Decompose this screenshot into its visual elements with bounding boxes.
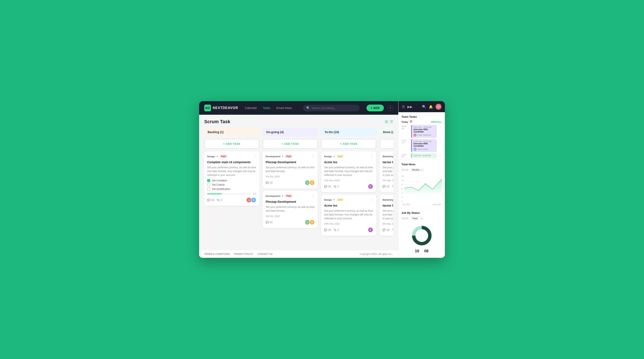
comment-icon-t2: 💬 bbox=[324, 228, 327, 231]
card-more-o2[interactable]: ⋮ bbox=[312, 194, 315, 198]
column-done: Done (2) + ADD TASK Marketing High ⋮ tac… bbox=[380, 128, 393, 236]
card-tags-t2: Design Low ⋮ bbox=[324, 198, 373, 202]
add-task-backlog[interactable]: + ADD TASK bbox=[204, 139, 259, 149]
comment-stat-t2: 💬 16 bbox=[324, 228, 331, 231]
help-button[interactable]: ? bbox=[387, 105, 393, 111]
card-avatars: A B bbox=[246, 197, 256, 203]
nav-email-inbox[interactable]: Email Inbox bbox=[276, 106, 292, 110]
comment-count-d1: 16 bbox=[386, 185, 389, 188]
avatar-t2: E bbox=[368, 227, 373, 233]
comment-stat-d1: 💬 16 bbox=[382, 185, 389, 188]
add-button[interactable]: + ADD bbox=[366, 105, 384, 111]
event-title-1: Interview With Candidate bbox=[414, 128, 435, 133]
check-label-1: Set Condition bbox=[212, 179, 227, 182]
event-time-2: 10:00 AM - 11:00 AM bbox=[414, 140, 435, 142]
time-event-3: 12:00 PM 9:30 AM - 12:00 PM ⋮ bbox=[402, 153, 442, 158]
event-user-avatar-1: CS bbox=[414, 134, 416, 137]
view-all-button[interactable]: VIEW ALL bbox=[431, 121, 442, 123]
tag-dot-o1 bbox=[282, 156, 283, 157]
add-task-done[interactable]: + ADD TASK bbox=[380, 139, 393, 149]
event-more-1[interactable]: ⋮ bbox=[438, 125, 442, 130]
tag-dot-t2 bbox=[334, 199, 335, 200]
footer-terms[interactable]: TERMS & CONDITIONS bbox=[204, 253, 230, 255]
event-user-1: CS Carter Septimus bbox=[414, 134, 435, 137]
logo-text: NEXTDEAVOR bbox=[213, 106, 238, 110]
hamburger-icon[interactable]: ☰ bbox=[402, 105, 405, 109]
card-footer-t2: 💬 16 📎 2 E bbox=[324, 227, 373, 233]
card-stats: 💬 16 📎 2 bbox=[207, 199, 222, 202]
sort-select-hires[interactable]: Monthly Weekly Yearly bbox=[411, 168, 424, 172]
time-events: 09:00 AM 09:00 AM - 10:00 AM Interview W… bbox=[402, 125, 442, 158]
attachment-stat-d1: 📎 2 bbox=[392, 185, 393, 188]
card-tags-d2: Marketing High ⋮ bbox=[382, 198, 393, 202]
card-avatars-t1: E bbox=[368, 184, 373, 189]
nav-calendar[interactable]: Calendar bbox=[245, 106, 257, 110]
check-label-2: Set Criteria bbox=[212, 183, 224, 186]
time-label-1: 09:00 AM bbox=[402, 125, 410, 138]
donut-chart-container: 10 08 bbox=[402, 222, 442, 256]
grid-view-button[interactable]: ⊞ bbox=[385, 119, 388, 124]
card-date-d2: 5th Sep, 2022 bbox=[382, 222, 393, 225]
card-more-button[interactable]: ⋮ bbox=[253, 154, 256, 158]
column-backlog: Backlog (1) + ADD TASK Design High ⋮ Com… bbox=[204, 128, 259, 236]
event-block-1: 09:00 AM - 10:00 AM Interview With Candi… bbox=[411, 125, 437, 138]
checkbox-2[interactable] bbox=[207, 183, 210, 186]
card-desc-o1: Set your preferred currency, as well as … bbox=[266, 166, 315, 173]
progress-container: 1/3 bbox=[207, 193, 256, 195]
add-task-ongoing[interactable]: + ADD TASK bbox=[263, 139, 318, 149]
app-logo: ND NEXTDEAVOR bbox=[204, 105, 238, 111]
card-more-t2[interactable]: ⋮ bbox=[370, 198, 373, 202]
footer-links: TERMS & CONDITIONS PRIVACY POLICY CONTAC… bbox=[204, 253, 272, 255]
chart-label-may: May 2022 bbox=[432, 203, 441, 206]
list-view-button[interactable]: ☰ bbox=[390, 119, 393, 124]
card-tag-d2: Marketing bbox=[382, 199, 393, 201]
job-status-title: Job By Status bbox=[402, 211, 442, 214]
attachment-count: 2 bbox=[220, 199, 222, 202]
comment-stat: 💬 16 bbox=[207, 199, 214, 202]
card-title-t2: Acme Ios bbox=[324, 204, 373, 207]
event-user-2: NF Nolan Franci bbox=[414, 148, 435, 151]
card-tag: Design bbox=[207, 155, 215, 158]
card-stats-t2: 💬 16 📎 2 bbox=[324, 228, 339, 231]
time-event-2: 10:30 AM 10:00 AM - 11:00 AM Interview W… bbox=[402, 139, 442, 152]
comment-count-o1: 10 bbox=[270, 181, 272, 184]
tag-dot-o2 bbox=[282, 195, 283, 196]
card-desc-t2: Set your preferred currency, as well as … bbox=[324, 209, 373, 220]
event-more-3[interactable]: ⋮ bbox=[438, 153, 442, 158]
column-header-backlog: Backlog (1) bbox=[204, 128, 259, 136]
attachment-count-t1: 2 bbox=[338, 185, 339, 188]
notification-icon[interactable]: 🔔 bbox=[429, 105, 433, 109]
search-icon-sidebar[interactable]: 🔍 bbox=[422, 105, 426, 109]
sort-select-status[interactable]: Yearly Monthly Weekly bbox=[411, 217, 424, 220]
comment-stat-o1: 💬 10 bbox=[266, 181, 272, 184]
footer-privacy[interactable]: PRIVACY POLICY bbox=[234, 253, 253, 255]
user-avatar[interactable]: U bbox=[436, 104, 442, 110]
card-more-t1[interactable]: ⋮ bbox=[370, 154, 373, 158]
card-date-o1: 3rd Oct, 2022 bbox=[266, 175, 315, 178]
checkbox-1[interactable]: ✓ bbox=[207, 179, 210, 182]
attachment-stat-t2: 📎 2 bbox=[334, 228, 339, 231]
progress-text: 1/3 bbox=[253, 193, 256, 195]
checkbox-3[interactable] bbox=[207, 188, 210, 191]
column-ongoing: On-going (4) + ADD TASK Development High… bbox=[263, 128, 318, 236]
team-tasks-title: Team Tasks bbox=[402, 115, 442, 118]
add-task-todo[interactable]: + ADD TASK bbox=[321, 139, 376, 149]
search-input[interactable] bbox=[312, 105, 356, 111]
card-footer-d1: 💬 16 📎 2 B bbox=[382, 184, 393, 189]
card-tags-o2: Development High ⋮ bbox=[266, 194, 315, 198]
card-tag-t2: Design bbox=[324, 199, 332, 201]
donut-count-1: 10 bbox=[415, 249, 419, 253]
card-avatars-o2: C D bbox=[305, 220, 315, 225]
event-more-2[interactable]: ⋮ bbox=[438, 139, 442, 144]
nav-tasks[interactable]: Tasks bbox=[263, 106, 270, 110]
card-priority-o1: High bbox=[285, 155, 293, 158]
footer-contact[interactable]: CONTACT US bbox=[258, 253, 273, 255]
page-title: Scrum Task bbox=[204, 119, 230, 124]
card-more-o1[interactable]: ⋮ bbox=[312, 154, 315, 158]
card-stats-t1: 💬 16 📎 2 bbox=[324, 185, 339, 188]
card-stats-d1: 💬 16 📎 2 bbox=[382, 185, 393, 188]
forward-icon[interactable]: ▶▶ bbox=[407, 105, 412, 109]
task-card-done-1: Marketing High ⋮ tacme Sales Set your pr… bbox=[380, 151, 393, 192]
column-header-ongoing: On-going (4) bbox=[263, 128, 318, 136]
header-actions: + ADD ? bbox=[366, 105, 393, 111]
